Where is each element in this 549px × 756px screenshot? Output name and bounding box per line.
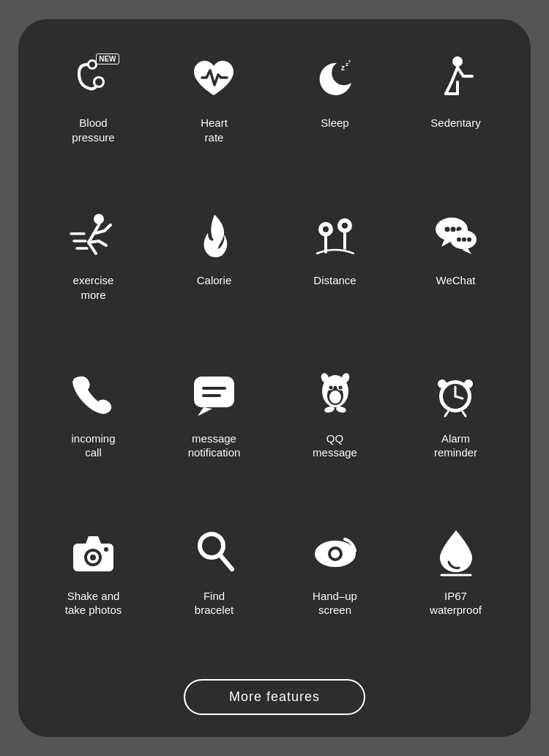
search-icon (185, 523, 244, 582)
blood-pressure-icon: NEW (64, 50, 123, 108)
svg-text:z: z (348, 59, 351, 63)
feature-sedentary: Sedentary (395, 41, 516, 199)
handup-label: Hand–up screen (313, 589, 357, 618)
sleep-label: Sleep (321, 116, 348, 130)
new-badge: NEW (96, 53, 119, 64)
svg-point-46 (464, 379, 473, 388)
wechat-label: WeChat (436, 273, 476, 288)
svg-rect-26 (194, 377, 234, 407)
eye-icon (306, 523, 365, 582)
qq-label: QQ message (313, 431, 357, 460)
message-label: message notification (188, 431, 241, 460)
svg-point-52 (90, 555, 96, 560)
wechat-icon (427, 207, 485, 266)
svg-marker-22 (462, 248, 471, 254)
svg-point-1 (89, 62, 95, 67)
svg-point-35 (338, 385, 342, 389)
more-features-button[interactable]: More features (184, 679, 365, 715)
svg-point-15 (342, 223, 348, 229)
svg-marker-27 (198, 407, 212, 416)
phone-icon (64, 366, 123, 424)
svg-point-34 (329, 385, 332, 389)
feature-distance: Distance (274, 199, 395, 356)
svg-point-40 (329, 390, 341, 404)
svg-point-25 (467, 237, 471, 242)
svg-line-55 (220, 555, 232, 569)
waterproof-label: IP67 waterproof (430, 589, 482, 618)
svg-point-58 (331, 549, 340, 558)
heart-rate-label: Heart rate (201, 116, 228, 144)
feature-handup: Hand–up screen (274, 514, 395, 672)
sedentary-label: Sedentary (430, 116, 480, 130)
svg-point-8 (94, 214, 104, 224)
feature-card: NEW Blood pressure Heart rate z z (18, 19, 531, 737)
distance-icon (306, 207, 365, 266)
feature-sleep: z z z Sleep (274, 41, 395, 199)
sleep-icon: z z z (306, 50, 365, 108)
alarm-icon (427, 366, 485, 424)
exercise-label: exercise more (73, 273, 114, 302)
feature-calorie: Calorie (154, 199, 274, 356)
message-icon (185, 366, 244, 424)
calorie-icon (185, 207, 244, 266)
feature-wechat: WeChat (395, 199, 516, 356)
camera-label: Shake and take photos (65, 589, 122, 618)
distance-label: Distance (313, 273, 356, 288)
svg-point-53 (104, 547, 108, 552)
exercise-icon (64, 207, 123, 266)
svg-point-7 (452, 56, 463, 67)
feature-message: message notification (154, 357, 274, 514)
feature-camera: Shake and take photos (33, 514, 154, 672)
calorie-label: Calorie (197, 273, 232, 288)
blood-pressure-label: Blood pressure (72, 116, 114, 144)
feature-alarm: Alarm reminder (395, 357, 516, 514)
svg-text:z: z (341, 64, 345, 72)
features-grid: NEW Blood pressure Heart rate z z (33, 41, 516, 672)
sedentary-icon (427, 50, 485, 108)
svg-point-13 (323, 226, 329, 232)
feature-qq: QQ message (274, 357, 395, 514)
svg-line-48 (463, 412, 466, 416)
feature-incoming-call: incoming call (33, 357, 154, 514)
svg-point-3 (95, 78, 102, 86)
feature-waterproof: IP67 waterproof (395, 514, 516, 672)
find-bracelet-label: Find bracelet (195, 589, 234, 618)
alarm-label: Alarm reminder (434, 431, 477, 460)
feature-exercise: exercise more (33, 199, 154, 356)
svg-point-19 (450, 227, 455, 232)
svg-point-18 (444, 227, 449, 232)
svg-line-47 (445, 412, 448, 416)
qq-icon (306, 366, 365, 424)
heart-rate-icon (185, 50, 244, 108)
camera-icon (64, 523, 123, 582)
feature-find-bracelet: Find bracelet (154, 514, 274, 672)
feature-heart-rate: Heart rate (154, 41, 274, 199)
svg-point-45 (438, 379, 447, 388)
incoming-call-label: incoming call (71, 431, 115, 460)
water-icon (427, 523, 485, 582)
svg-point-24 (462, 237, 466, 242)
svg-point-23 (457, 237, 461, 242)
feature-blood-pressure: NEW Blood pressure (33, 41, 154, 199)
